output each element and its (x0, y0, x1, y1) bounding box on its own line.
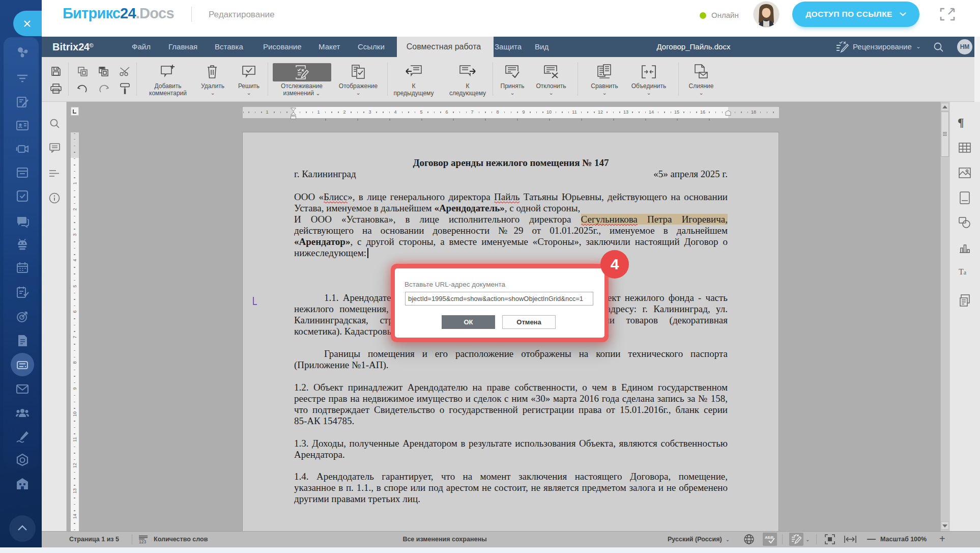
svg-text:123: 123 (139, 539, 146, 544)
svg-text:АБВ: АБВ (765, 535, 774, 540)
